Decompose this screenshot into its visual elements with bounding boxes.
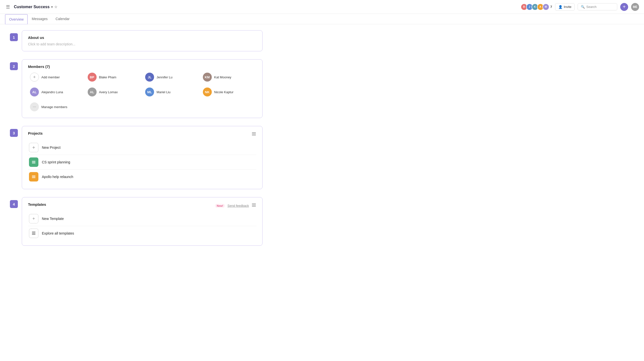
explore-templates-label: Explore all templates [42,231,74,235]
section-number-4: 4 [10,200,18,208]
svg-rect-5 [32,163,36,163]
explore-templates-button[interactable]: Explore all templates [28,226,256,240]
about-placeholder[interactable]: Click to add team description... [28,42,256,46]
project-name: CS sprint planning [42,160,70,164]
svg-rect-7 [32,177,36,177]
svg-rect-14 [32,234,36,235]
avatar: ML [145,88,154,97]
templates-badges: New! Send feedback [215,203,256,209]
members-title: Members (7) [28,65,256,69]
avatar: M [542,4,550,11]
avatar: AL [88,88,96,97]
search-label: Search [586,5,596,9]
member-name: Kat Mooney [214,75,231,79]
member-count: 7 [550,5,552,9]
section-number-1: 1 [10,33,18,41]
svg-rect-9 [252,204,256,204]
member-avery-lomax[interactable]: AL Avery Lomax [86,86,142,98]
avatar: JL [145,73,154,82]
svg-rect-10 [252,205,256,205]
member-alejandro-luna[interactable]: AL Alejandro Luna [28,86,84,98]
about-card: About us Click to add team description..… [22,30,262,51]
svg-rect-1 [252,134,256,134]
invite-icon: 👤 [558,5,562,9]
add-button[interactable]: + [620,3,628,11]
member-name: Nicole Kaptur [214,90,234,94]
chevron-down-icon[interactable]: ▾ [51,5,53,9]
new-project-label: New Project [42,146,60,150]
tab-overview[interactable]: Overview [5,14,28,24]
list-view-icon[interactable] [252,131,256,138]
member-nicole-kaptur[interactable]: NK Nicole Kaptur [201,86,256,98]
svg-rect-11 [252,206,256,207]
svg-rect-12 [32,232,36,232]
add-member-button[interactable]: + Add member [28,71,84,83]
section-number-3: 3 [10,129,18,137]
add-member-icon: + [30,73,39,82]
avatar: BP [88,73,96,82]
member-mariel-liu[interactable]: ML Mariel Liu [143,86,199,98]
project-apollo[interactable]: Apollo help relaunch [28,170,256,184]
header: ☰ Customer Success ▾ ☆ B J K A M 7 👤 Inv… [0,0,644,14]
templates-header: Templates New! Send feedback [28,202,256,209]
project-cs-sprint[interactable]: CS sprint planning [28,155,256,170]
avatar-stack: B J K A M [521,4,550,11]
svg-rect-8 [32,178,36,178]
workspace-title: Customer Success [14,5,50,9]
new-project-button[interactable]: + New Project [28,140,256,155]
templates-section: 4 Templates New! Send feedback [10,197,262,246]
templates-list-icon[interactable] [252,203,256,209]
tabs-bar: Overview Messages Calendar [0,14,644,24]
svg-rect-2 [252,135,256,135]
member-name: Jennifer Lu [156,75,172,79]
tab-messages[interactable]: Messages [28,14,52,24]
manage-label: Manage members [41,105,67,109]
avatar-group[interactable]: B J K A M 7 [521,4,552,11]
header-title-group: Customer Success ▾ ☆ [14,5,58,9]
project-name: Apollo help relaunch [42,175,73,179]
member-name: Blake Pham [99,75,116,79]
invite-label: Invite [564,5,572,9]
avatar: KM [203,73,212,82]
manage-members-button[interactable]: ··· Manage members [28,101,84,113]
member-blake-pham[interactable]: BP Blake Pham [86,71,142,83]
member-name: Avery Lomax [99,90,118,94]
project-icon [29,172,38,181]
new-template-button[interactable]: + New Template [28,211,256,226]
add-member-label: Add member [41,75,60,79]
svg-rect-0 [252,132,256,133]
member-kat-mooney[interactable]: KM Kat Mooney [201,71,256,83]
templates-card: Templates New! Send feedback + [22,197,262,246]
about-section: 1 About us Click to add team description… [10,30,262,51]
svg-rect-3 [32,161,36,161]
new-project-icon: + [29,143,38,152]
about-title: About us [28,36,256,40]
search-bar[interactable]: 🔍 Search [578,3,617,11]
svg-rect-13 [32,233,36,234]
svg-rect-4 [32,162,36,162]
svg-rect-6 [32,176,36,176]
search-icon: 🔍 [581,5,585,9]
invite-button[interactable]: 👤 Invite [555,3,575,11]
hamburger-icon[interactable]: ☰ [5,3,11,11]
star-icon[interactable]: ☆ [54,5,58,9]
user-avatar[interactable]: ME [631,3,639,11]
projects-title: Projects [28,131,42,135]
new-badge: New! [215,204,225,208]
member-jennifer-lu[interactable]: JL Jennifer Lu [143,71,199,83]
send-feedback-link[interactable]: Send feedback [228,204,249,208]
explore-templates-icon [29,229,38,238]
project-icon [29,157,38,167]
new-template-icon: + [29,214,38,223]
avatar: AL [30,88,39,97]
new-template-label: New Template [42,217,64,221]
main-content: 1 About us Click to add team description… [0,24,272,260]
tab-calendar[interactable]: Calendar [52,14,74,24]
templates-title: Templates [28,202,46,207]
members-grid: + Add member BP Blake Pham JL Jennifer L… [28,71,256,113]
header-right: B J K A M 7 👤 Invite 🔍 Search + ME [521,3,639,11]
member-name: Alejandro Luna [41,90,63,94]
members-section: 2 Members (7) + Add member BP Blake Pham… [10,59,262,118]
projects-header: Projects [28,131,256,138]
avatar: NK [203,88,212,97]
